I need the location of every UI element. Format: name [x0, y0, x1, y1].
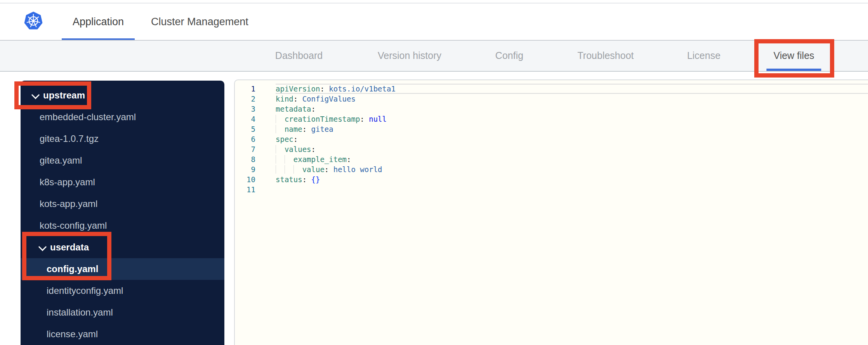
- tab-view-files[interactable]: View files: [766, 41, 821, 71]
- code-line-content: values:: [276, 144, 868, 154]
- top-navbar: Application Cluster Management: [0, 0, 868, 41]
- code-line-2: 2kind: ConfigValues: [235, 94, 868, 104]
- tree-item-label: userdata: [50, 242, 89, 253]
- line-number: 7: [235, 144, 276, 154]
- code-line-content: value: hello world: [276, 164, 868, 174]
- code-line-4: 4creationTimestamp: null: [235, 114, 868, 124]
- indent-guide: [276, 165, 276, 174]
- tab-troubleshoot[interactable]: Troubleshoot: [571, 41, 641, 71]
- tab-cluster-management[interactable]: Cluster Management: [140, 3, 259, 41]
- line-number: 11: [235, 185, 276, 195]
- tree-item-label: installation.yaml: [47, 307, 113, 318]
- line-number: 1: [235, 84, 276, 94]
- line-number: 8: [235, 154, 276, 164]
- tree-item-label: embedded-cluster.yaml: [40, 112, 136, 122]
- code-line-11: 11: [235, 185, 868, 195]
- code-line-6: 6spec:: [235, 134, 868, 144]
- tree-item-label: kots-config.yaml: [40, 220, 107, 231]
- tree-file-installation-yaml[interactable]: installation.yaml: [21, 302, 224, 323]
- tree-file-license-yaml[interactable]: license.yaml: [21, 323, 224, 345]
- tree-file-k8s-app-yaml[interactable]: k8s-app.yaml: [21, 171, 224, 193]
- indent-guide: [293, 165, 294, 174]
- tree-folder-upstream[interactable]: upstream: [21, 85, 224, 106]
- tree-item-label: upstream: [43, 90, 85, 101]
- tree-item-label: identityconfig.yaml: [47, 285, 123, 296]
- code-line-content: kind: ConfigValues: [276, 94, 868, 104]
- line-number: 2: [235, 94, 276, 104]
- tab-dashboard[interactable]: Dashboard: [268, 41, 330, 71]
- code-line-content: apiVersion: kots.io/v1beta1: [276, 84, 868, 94]
- line-number: 9: [235, 164, 276, 174]
- tree-file-kots-config-yaml[interactable]: kots-config.yaml: [21, 215, 224, 236]
- line-number: 4: [235, 114, 276, 124]
- tree-file-config-yaml[interactable]: config.yaml: [21, 258, 224, 280]
- line-number: 5: [235, 124, 276, 134]
- indent-guide: [276, 155, 276, 164]
- code-line-content: [276, 185, 868, 195]
- tree-item-label: config.yaml: [47, 264, 98, 274]
- code-line-1: 1apiVersion: kots.io/v1beta1: [235, 84, 868, 94]
- indent-guide: [285, 155, 285, 164]
- code-line-content: creationTimestamp: null: [276, 114, 868, 124]
- tree-file-embedded-cluster-yaml[interactable]: embedded-cluster.yaml: [21, 106, 224, 128]
- indent-guide: [285, 165, 285, 174]
- file-tree-panel: upstreamembedded-cluster.yamlgitea-1.0.7…: [21, 81, 224, 345]
- indent-guide: [276, 115, 276, 123]
- kubernetes-logo: [24, 10, 43, 32]
- tree-item-label: kots-app.yaml: [40, 198, 97, 209]
- tree-file-gitea-1-0-7-tgz[interactable]: gitea-1.0.7.tgz: [21, 128, 224, 150]
- code-line-content: name: gitea: [276, 124, 868, 134]
- tree-file-kots-app-yaml[interactable]: kots-app.yaml: [21, 193, 224, 215]
- kubernetes-wheel-icon: [24, 10, 43, 32]
- code-editor[interactable]: 1apiVersion: kots.io/v1beta12kind: Confi…: [234, 79, 868, 345]
- tree-item-label: gitea-1.0.7.tgz: [40, 133, 99, 144]
- app-switcher-tabs: Application Cluster Management: [62, 3, 265, 41]
- code-line-content: spec:: [276, 134, 868, 144]
- code-line-5: 5name: gitea: [235, 124, 868, 134]
- tab-config[interactable]: Config: [488, 41, 530, 71]
- tree-item-label: gitea.yaml: [40, 155, 82, 166]
- tab-license[interactable]: License: [680, 41, 727, 71]
- tab-application[interactable]: Application: [62, 3, 135, 41]
- application-subnav: Dashboard Version history Config Trouble…: [0, 41, 868, 72]
- code-line-7: 7values:: [235, 144, 868, 154]
- code-line-9: 9value: hello world: [235, 164, 868, 174]
- line-number: 3: [235, 104, 276, 114]
- indent-guide: [276, 145, 276, 154]
- code-line-content: status: {}: [276, 174, 868, 185]
- indent-guide: [276, 125, 276, 133]
- tree-item-label: k8s-app.yaml: [40, 177, 95, 188]
- code-line-3: 3metadata:: [235, 104, 868, 114]
- tree-folder-userdata[interactable]: userdata: [21, 236, 224, 258]
- chevron-down-icon: [38, 243, 47, 251]
- code-line-content: example_item:: [276, 154, 868, 164]
- tree-item-label: license.yaml: [47, 329, 98, 340]
- code-line-content: metadata:: [276, 104, 868, 114]
- tree-file-gitea-yaml[interactable]: gitea.yaml: [21, 150, 224, 171]
- tree-file-identityconfig-yaml[interactable]: identityconfig.yaml: [21, 280, 224, 302]
- tab-version-history[interactable]: Version history: [371, 41, 448, 71]
- chevron-down-icon: [31, 91, 40, 99]
- line-number: 10: [235, 174, 276, 185]
- code-line-10: 10status: {}: [235, 174, 868, 185]
- code-line-8: 8example_item:: [235, 154, 868, 164]
- line-number: 6: [235, 134, 276, 144]
